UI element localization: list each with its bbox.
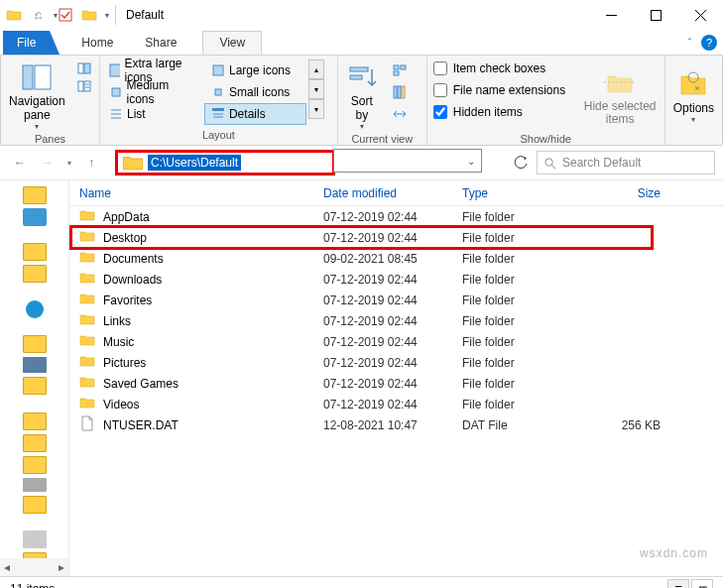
file-name: Favorites bbox=[103, 294, 152, 307]
search-box[interactable]: Search Default bbox=[537, 151, 715, 175]
layout-scroll-more[interactable]: ▾ bbox=[308, 99, 324, 119]
file-row[interactable]: AppData07-12-2019 02:44File folder bbox=[69, 206, 723, 227]
folder-icon bbox=[79, 311, 95, 330]
tree-onedrive[interactable] bbox=[26, 300, 44, 318]
options-label: Options bbox=[673, 102, 714, 115]
file-row[interactable]: Videos07-12-2019 02:44File folder bbox=[69, 394, 723, 414]
tree-this-pc[interactable] bbox=[23, 357, 47, 373]
tree-folder[interactable] bbox=[23, 456, 47, 474]
sort-by-button[interactable]: Sort by ▾ bbox=[340, 58, 384, 131]
layout-small[interactable]: Small icons bbox=[204, 81, 306, 103]
navigation-tree[interactable]: ◂▸ bbox=[0, 180, 69, 576]
collapse-ribbon-icon[interactable]: ˆ bbox=[688, 38, 691, 49]
tree-folder[interactable] bbox=[23, 265, 47, 283]
file-row[interactable]: Pictures07-12-2019 02:44File folder bbox=[69, 352, 723, 373]
tree-scrollbar[interactable]: ◂▸ bbox=[0, 558, 68, 576]
file-row[interactable]: Music07-12-2019 02:44File folder bbox=[69, 331, 723, 352]
file-row[interactable]: Favorites07-12-2019 02:44File folder bbox=[69, 290, 723, 310]
view-thumbs-icon[interactable]: ▦ bbox=[691, 579, 713, 588]
hide-selected-button[interactable]: Hide selected items bbox=[578, 58, 663, 131]
file-name: Videos bbox=[103, 398, 139, 412]
file-row[interactable]: NTUSER.DAT12-08-2021 10:47DAT File256 KB bbox=[69, 414, 723, 435]
navigation-pane-button[interactable]: Navigation pane ▾ bbox=[3, 58, 71, 131]
file-type: File folder bbox=[462, 273, 581, 287]
col-type[interactable]: Type bbox=[462, 186, 581, 200]
forward-button[interactable]: → bbox=[36, 151, 60, 175]
recent-locations[interactable]: ▾ bbox=[63, 151, 75, 175]
tree-drive[interactable] bbox=[23, 530, 47, 548]
size-columns-icon[interactable] bbox=[388, 105, 412, 123]
tree-folder[interactable] bbox=[23, 496, 47, 514]
file-name: Pictures bbox=[103, 356, 146, 370]
back-button[interactable]: ← bbox=[8, 151, 32, 175]
address-bar[interactable]: C:\Users\Default bbox=[115, 150, 335, 176]
file-type: File folder bbox=[462, 356, 581, 370]
layout-scroll-down[interactable]: ▾ bbox=[308, 79, 324, 99]
tab-home[interactable]: Home bbox=[65, 31, 129, 55]
item-check-boxes-input[interactable] bbox=[433, 61, 447, 75]
qat-drop-icon-2[interactable]: ▾ bbox=[105, 11, 109, 20]
options-button[interactable]: Options ▾ bbox=[667, 58, 720, 131]
file-row[interactable]: Links07-12-2019 02:44File folder bbox=[69, 310, 723, 331]
tree-folder[interactable] bbox=[23, 377, 47, 395]
tree-folder[interactable] bbox=[23, 434, 47, 452]
file-name-extensions-input[interactable] bbox=[433, 83, 447, 97]
group-by-icon[interactable] bbox=[388, 61, 412, 79]
file-row[interactable]: Desktop07-12-2019 02:44File folder bbox=[69, 227, 723, 248]
folder-qat-icon bbox=[81, 7, 97, 23]
file-row[interactable]: Documents09-02-2021 08:45File folder bbox=[69, 248, 723, 269]
layout-medium[interactable]: Medium icons bbox=[102, 81, 204, 103]
maximize-button[interactable] bbox=[634, 0, 678, 30]
col-date[interactable]: Date modified bbox=[323, 186, 462, 200]
tree-folder[interactable] bbox=[23, 335, 47, 353]
tab-view[interactable]: View bbox=[202, 31, 262, 55]
tree-network[interactable] bbox=[23, 478, 47, 492]
checkbox-qat-icon[interactable] bbox=[58, 7, 73, 23]
folder-icon bbox=[79, 249, 95, 268]
address-path[interactable]: C:\Users\Default bbox=[148, 155, 241, 171]
minimize-button[interactable] bbox=[589, 0, 634, 30]
refresh-button[interactable] bbox=[509, 151, 533, 175]
view-details-icon[interactable]: ≣ bbox=[667, 579, 689, 588]
file-name: NTUSER.DAT bbox=[103, 418, 179, 432]
col-size[interactable]: Size bbox=[581, 186, 680, 200]
main-area: ◂▸ Name Date modified Type Size AppData0… bbox=[0, 179, 723, 576]
qat-separator bbox=[115, 5, 116, 25]
tab-share[interactable]: Share bbox=[129, 31, 192, 55]
col-name[interactable]: Name bbox=[69, 186, 323, 200]
file-row[interactable]: Downloads07-12-2019 02:44File folder bbox=[69, 269, 723, 290]
layout-scroll-up[interactable]: ▴ bbox=[308, 59, 324, 79]
file-date: 07-12-2019 02:44 bbox=[323, 210, 462, 224]
tree-folder[interactable] bbox=[23, 186, 47, 204]
address-dropdown[interactable]: ⌄ bbox=[333, 149, 482, 173]
file-name: Downloads bbox=[103, 273, 162, 287]
svg-rect-3 bbox=[35, 65, 51, 89]
undo-icon[interactable]: ⎌ bbox=[30, 7, 46, 23]
file-name-extensions[interactable]: File name extensions bbox=[429, 79, 578, 101]
folder-icon bbox=[79, 270, 95, 289]
tree-folder[interactable] bbox=[23, 412, 47, 430]
item-check-boxes[interactable]: Item check boxes bbox=[429, 58, 578, 79]
navbar: ← → ▾ ↑ C:\Users\Default ⌄ Search Defaul… bbox=[0, 146, 723, 179]
file-row[interactable]: Saved Games07-12-2019 02:44File folder bbox=[69, 373, 723, 394]
svg-rect-7 bbox=[84, 81, 90, 91]
layout-details[interactable]: Details bbox=[204, 103, 306, 125]
file-type: DAT File bbox=[462, 418, 581, 432]
details-pane-icon[interactable] bbox=[75, 77, 93, 95]
help-icon[interactable]: ? bbox=[701, 35, 717, 51]
preview-pane-icon[interactable] bbox=[75, 59, 93, 77]
folder-icon bbox=[79, 291, 95, 309]
hidden-items-input[interactable] bbox=[433, 105, 447, 119]
hidden-items[interactable]: Hidden items bbox=[429, 101, 578, 123]
tree-quick-access[interactable] bbox=[23, 208, 47, 226]
layout-list[interactable]: List bbox=[102, 103, 204, 125]
tree-folder[interactable] bbox=[23, 243, 47, 261]
tab-file[interactable]: File bbox=[3, 31, 50, 55]
column-headers[interactable]: Name Date modified Type Size bbox=[69, 180, 723, 206]
up-button[interactable]: ↑ bbox=[79, 151, 103, 175]
folder-icon bbox=[79, 374, 95, 393]
layout-large[interactable]: Large icons bbox=[204, 59, 306, 81]
file-name: Links bbox=[103, 314, 131, 328]
close-button[interactable] bbox=[678, 0, 723, 30]
add-columns-icon[interactable] bbox=[388, 83, 412, 101]
